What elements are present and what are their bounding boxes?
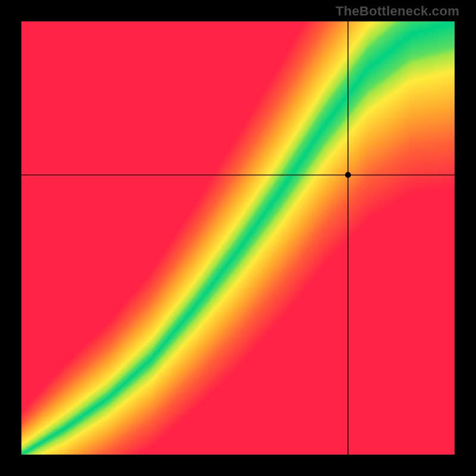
chart-frame: TheBottleneck.com — [0, 0, 476, 476]
heatmap-canvas — [21, 21, 455, 455]
watermark-text: TheBottleneck.com — [336, 4, 459, 19]
heatmap-plot — [21, 21, 455, 455]
